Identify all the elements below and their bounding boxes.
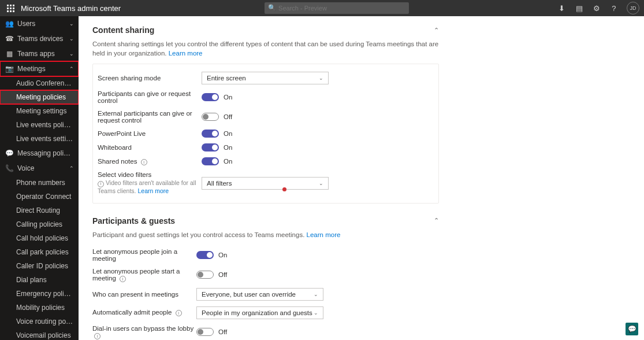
info-icon[interactable]: i [120,276,126,282]
sidebar-item-teams-devices[interactable]: ☎Teams devices⌄ [0,31,79,46]
settings-icon[interactable]: ⚙ [592,3,601,13]
ppt_live-toggle[interactable] [202,130,219,138]
search-icon: 🔍 [268,4,276,12]
setting-label: Automatically admit people i [92,309,196,316]
setting-label: Let anonymous people start a meeting i [92,268,196,282]
collapse-icon[interactable]: ⌃ [434,27,439,34]
toggle-state-label: Off [218,328,227,335]
help-widget[interactable]: 💬 [626,323,638,335]
sidebar-item-caller-id[interactable]: Caller ID policies [0,259,79,273]
setting-row-who_present: Who can present in meetingsEveryone, but… [92,285,439,304]
setting-row-ppt_live: PowerPoint LiveOn [98,127,434,141]
sidebar-item-label: Teams apps [17,50,69,58]
setting-label: Let anonymous people join a meeting [92,248,196,262]
setting-row-video_filters: Select video filtersiVideo filters aren'… [98,168,434,198]
sidebar-item-label: Meetings [17,65,69,73]
learn-more-link[interactable]: Learn more [169,50,203,57]
sidebar-item-call-park[interactable]: Call park policies [0,245,79,259]
calendar-icon[interactable]: ▤ [575,3,584,13]
app-launcher-icon[interactable] [5,2,16,14]
setting-row-ext_give_control: External participants can give or reques… [98,107,434,127]
setting-label: Participants can give or request control [98,90,202,104]
sidebar-item-label: Voice [17,164,69,172]
sidebar-item-direct-routing[interactable]: Direct Routing [0,204,79,217]
chevron-down-icon: ⌄ [69,36,74,42]
info-icon[interactable]: i [98,181,104,187]
avatar[interactable]: JD [627,2,639,14]
give_control-toggle[interactable] [202,93,219,101]
setting-row-anon_join: Let anonymous people join a meetingOn [92,245,439,265]
whiteboard-toggle[interactable] [202,143,219,151]
setting-row-anon_start: Let anonymous people start a meeting iOf… [92,265,439,285]
setting-control: On [196,251,439,259]
section-participants-guests: Participants & guests ⌃ Participant and … [92,214,439,340]
collapse-icon[interactable]: ⌃ [434,217,439,224]
auto_admit-dropdown[interactable]: People in my organization and guests⌄ [196,306,323,319]
toggle-state-label: On [224,158,232,165]
sidebar-item-dial-plans[interactable]: Dial plans [0,273,79,287]
chevron-down-icon: ⌄ [319,180,323,186]
sidebar-item-mobility[interactable]: Mobility policies [0,301,79,315]
help-icon[interactable]: ? [609,3,619,13]
users-icon: 👥 [5,19,14,28]
sidebar-item-meeting-policies[interactable]: Meeting policies [0,90,79,104]
dialin_bypass-toggle[interactable] [196,328,214,336]
chevron-down-icon: ⌄ [69,51,74,57]
setting-control: On [202,130,434,138]
chevron-up-icon: ⌃ [69,165,74,171]
sidebar-item-teams-apps[interactable]: ▦Teams apps⌄ [0,46,79,61]
sidebar-item-label: Messaging policies [17,149,74,157]
who_present-dropdown[interactable]: Everyone, but user can override⌄ [196,288,323,301]
sidebar-item-meeting-settings[interactable]: Meeting settings [0,104,79,118]
setting-control: Off [202,113,434,121]
setting-label: Dial-in users can bypass the lobby i [92,325,196,339]
device-icon: ☎ [5,34,14,43]
sidebar-item-meetings[interactable]: 📷Meetings⌃ [0,61,79,76]
learn-more-link[interactable]: Learn more [307,231,341,238]
anon_start-toggle[interactable] [196,271,214,279]
sidebar-item-call-hold[interactable]: Call hold policies [0,231,79,245]
section-title: Participants & guests [92,216,175,226]
learn-more-link[interactable]: Learn more [137,187,169,194]
sidebar-item-voice-routing[interactable]: Voice routing policies [0,315,79,328]
setting-control: On [202,93,434,101]
sidebar-item-calling-policies[interactable]: Calling policies [0,217,79,231]
sidebar-item-voice[interactable]: 📞Voice⌃ [0,161,79,176]
setting-row-give_control: Participants can give or request control… [98,87,434,107]
sidebar-item-emergency[interactable]: Emergency policies [0,287,79,301]
sidebar-item-voicemail[interactable]: Voicemail policies [0,328,79,340]
video_filters-dropdown[interactable]: All filters⌄ [202,177,329,190]
info-icon[interactable]: i [176,310,182,316]
screen_sharing-dropdown[interactable]: Entire screen⌄ [202,72,329,84]
settings-panel: Screen sharing modeEntire screen⌄Partici… [92,64,439,203]
sidebar-item-users[interactable]: 👥Users⌄ [0,16,79,31]
dropdown-value: All filters [207,180,232,187]
section-description: Participant and guest settings let you c… [92,230,439,239]
setting-row-auto_admit: Automatically admit people iPeople in my… [92,304,439,322]
chat-icon: 💬 [5,149,14,158]
setting-row-whiteboard: WhiteboardOn [98,141,434,154]
field-hint: iVideo filters aren't available for all … [98,179,202,195]
section-title: Content sharing [92,25,154,35]
sidebar-item-phone-numbers[interactable]: Phone numbers [0,176,79,190]
sidebar-item-messaging[interactable]: 💬Messaging policies [0,146,79,161]
sidebar-item-audio-conf[interactable]: Audio Conferencing [0,76,79,90]
setting-label: External participants can give or reques… [98,110,202,124]
anon_join-toggle[interactable] [196,251,214,259]
sidebar-nav: 👥Users⌄☎Teams devices⌄▦Teams apps⌄📷Meeti… [0,16,79,340]
search-input[interactable] [265,2,409,14]
sidebar-item-live-events-settings[interactable]: Live events settings [0,132,79,146]
info-icon[interactable]: i [94,333,100,339]
topbar-actions: ⬇ ▤ ⚙ ? JD [557,2,639,14]
toggle-state-label: On [224,130,232,137]
toggle-state-label: On [224,94,232,101]
shared_notes-toggle[interactable] [202,157,219,165]
info-icon[interactable]: i [141,159,147,165]
setting-control: On [202,157,434,165]
sidebar-item-operator-connect[interactable]: Operator Connect [0,190,79,204]
setting-label: Shared notes i [98,158,202,165]
sidebar-item-live-events-policies[interactable]: Live events policies [0,118,79,132]
sidebar-item-label: Teams devices [17,35,69,43]
ext_give_control-toggle[interactable] [202,113,219,121]
download-icon[interactable]: ⬇ [557,3,567,13]
